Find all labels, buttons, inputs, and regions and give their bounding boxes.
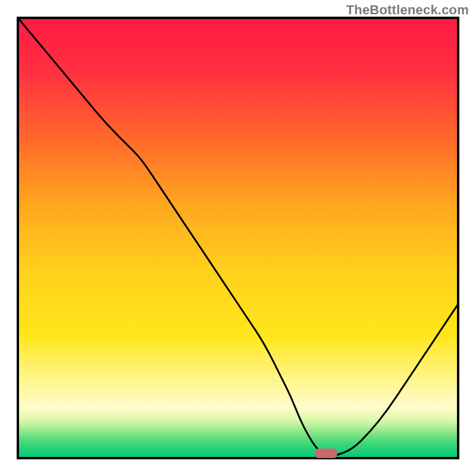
bottleneck-chart <box>0 0 476 476</box>
optimal-point-marker <box>315 449 337 458</box>
plot-background <box>18 18 458 458</box>
watermark-text: TheBottleneck.com <box>346 2 469 18</box>
chart-container: TheBottleneck.com <box>0 0 476 476</box>
